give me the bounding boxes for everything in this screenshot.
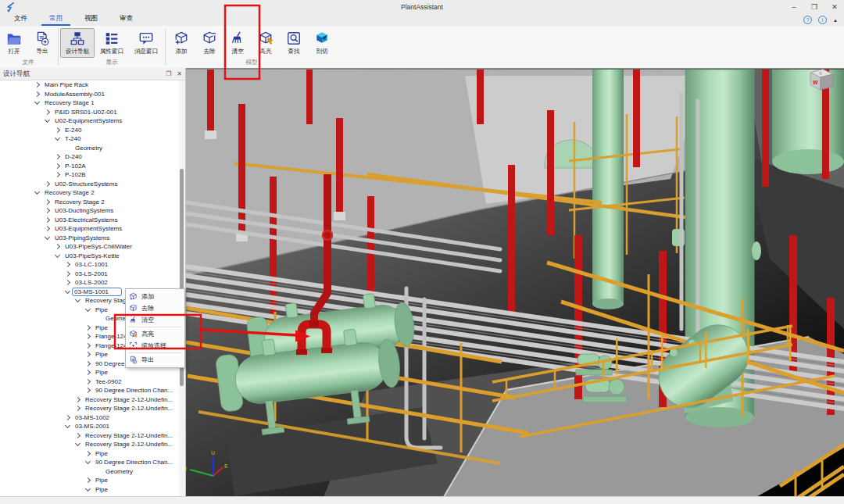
chevron-right-icon[interactable] [45, 208, 50, 213]
chevron-down-icon[interactable] [75, 297, 80, 302]
context-menu-item-add[interactable]: 添加 [126, 291, 184, 302]
tree-row[interactable]: Geometry [0, 467, 179, 477]
chevron-right-icon[interactable] [85, 343, 91, 349]
ribbon-button-open[interactable]: 打开 [0, 28, 28, 58]
tree-row[interactable]: ModuleAssembly-001 [0, 90, 179, 99]
restore-button[interactable]: ❐ [810, 0, 819, 14]
chevron-right-icon[interactable] [55, 154, 60, 159]
tree-row[interactable]: U02-StructureSystems [0, 180, 179, 189]
chevron-right-icon[interactable] [65, 262, 70, 267]
chevron-right-icon[interactable] [75, 406, 80, 411]
ribbon-button-find[interactable]: 查找 [280, 28, 308, 58]
chevron-down-icon[interactable] [45, 117, 50, 123]
ribbon-button-section[interactable]: 剖切 [308, 28, 336, 58]
view-cube[interactable]: W S [810, 70, 833, 91]
chevron-right-icon[interactable] [75, 433, 80, 438]
chevron-right-icon[interactable] [65, 415, 70, 420]
collapse-ribbon-icon[interactable]: ▲ [833, 18, 838, 23]
tree-row[interactable]: P-102A [0, 162, 179, 171]
chevron-down-icon[interactable] [55, 135, 60, 141]
ribbon-tab-3[interactable]: 审查 [112, 13, 141, 26]
ribbon-button-message-window[interactable]: 消息窗口 [129, 28, 163, 58]
tree-row[interactable]: P&ID SRS01-U02-001 [0, 108, 179, 117]
chevron-right-icon[interactable] [34, 82, 40, 88]
tree-row[interactable]: U03-PipeSys-ChillWater [0, 242, 179, 252]
chevron-right-icon[interactable] [45, 199, 50, 205]
chevron-down-icon[interactable] [45, 234, 50, 240]
chevron-right-icon[interactable] [85, 388, 91, 393]
tree-row[interactable]: 03-MS-2001 [0, 422, 179, 431]
tree-row[interactable]: U02-EquipmentSystems [0, 116, 179, 126]
chevron-down-icon[interactable] [34, 99, 40, 105]
chevron-right-icon[interactable] [55, 172, 60, 177]
chevron-right-icon[interactable] [45, 226, 50, 231]
tree-row[interactable]: E-240 [0, 126, 179, 135]
ribbon-button-highlight[interactable]: 高亮 [252, 28, 280, 58]
tree-row[interactable]: Recovery Stage 2 [0, 188, 179, 198]
tree-row[interactable]: Main Pipe Rack [0, 80, 179, 90]
tree-row[interactable]: U03-ElectricalSystems [0, 216, 179, 225]
tree-row[interactable]: Geometry [0, 144, 179, 153]
chevron-right-icon[interactable] [85, 352, 91, 357]
info-icon[interactable]: i [818, 16, 827, 24]
tree-row[interactable]: Pipe [0, 485, 179, 495]
ribbon-button-export[interactable]: 导出 [28, 28, 56, 58]
tree-row[interactable]: Recovery Stage 2-12-Undefin... [0, 431, 179, 441]
chevron-right-icon[interactable] [75, 397, 80, 402]
chevron-right-icon[interactable] [85, 325, 91, 331]
chevron-right-icon[interactable] [65, 280, 70, 285]
tree-row[interactable]: 03-LS-2002 [0, 278, 179, 288]
chevron-down-icon[interactable] [34, 189, 40, 195]
context-menu-item-remove[interactable]: 去除 [126, 302, 184, 314]
ribbon-button-clear[interactable]: 清空 [224, 28, 252, 58]
context-menu-item-export[interactable]: 导出 [126, 354, 184, 366]
tree-row[interactable]: Pipe [0, 368, 179, 377]
chevron-right-icon[interactable] [45, 181, 50, 187]
tree-row[interactable]: U03-EquipmentSystems [0, 224, 179, 234]
tree-row[interactable]: 03-LS-2001 [0, 270, 179, 279]
tree-row[interactable]: 03-LC-1001 [0, 260, 179, 270]
tree-row[interactable]: 03-MS-1002 [0, 413, 179, 423]
chevron-down-icon[interactable] [65, 423, 70, 428]
tree-row[interactable]: Pipe [0, 449, 179, 459]
chevron-down-icon[interactable] [85, 459, 91, 464]
view-cube-front-label[interactable]: W [813, 80, 818, 85]
chevron-right-icon[interactable] [34, 91, 40, 97]
ribbon-button-remove[interactable]: 去除 [195, 28, 224, 58]
tree-row[interactable]: U03-PipeSys-Kettle [0, 252, 179, 261]
context-menu-item-clear[interactable]: 清空 [126, 314, 184, 326]
tree-row[interactable]: Tee-0902 [0, 377, 179, 387]
tree-row[interactable]: Pipe [0, 476, 179, 485]
chevron-right-icon[interactable] [45, 109, 50, 115]
tree-row[interactable]: 90 Degree Direction Chan... [0, 386, 179, 395]
chevron-down-icon[interactable] [75, 441, 80, 446]
tree-row[interactable]: Recovery Stage 2-12-Undefin... [0, 395, 179, 405]
tree-row[interactable]: Recovery Stage 1 [0, 98, 179, 108]
close-panel-icon[interactable]: ✕ [177, 70, 182, 77]
ribbon-tab-0[interactable]: 文件 [6, 13, 35, 26]
chevron-right-icon[interactable] [85, 334, 91, 339]
chevron-down-icon[interactable] [85, 306, 91, 312]
chevron-right-icon[interactable] [85, 477, 91, 483]
tree-row[interactable]: T-240 [0, 134, 179, 144]
close-button[interactable]: ✕ [830, 0, 839, 14]
tree-row[interactable]: 90 Degree Direction Chan... [0, 458, 179, 467]
chevron-right-icon[interactable] [45, 217, 50, 223]
chevron-right-icon[interactable] [85, 370, 91, 375]
chevron-right-icon[interactable] [55, 244, 60, 249]
chevron-down-icon[interactable] [65, 288, 70, 294]
float-panel-icon[interactable]: ❐ [166, 70, 171, 77]
chevron-down-icon[interactable] [55, 252, 60, 258]
chevron-right-icon[interactable] [85, 379, 91, 384]
chevron-right-icon[interactable] [85, 451, 91, 456]
tree-row[interactable]: Recovery Stage 2-12-Undefin... [0, 440, 179, 449]
tree-row[interactable]: U03-DuctingSystems [0, 206, 179, 216]
chevron-right-icon[interactable] [65, 271, 70, 277]
ribbon-button-add[interactable]: 添加 [167, 28, 195, 58]
tree-row[interactable]: P-102B [0, 170, 179, 180]
tree-row[interactable]: D-240 [0, 152, 179, 162]
ribbon-tab-2[interactable]: 视图 [77, 13, 106, 26]
tree-row[interactable]: Recovery Stage 2 [0, 198, 179, 207]
ribbon-tab-1[interactable]: 常用 [41, 13, 70, 26]
ribbon-button-design-nav[interactable]: 设计导航 [60, 28, 95, 58]
